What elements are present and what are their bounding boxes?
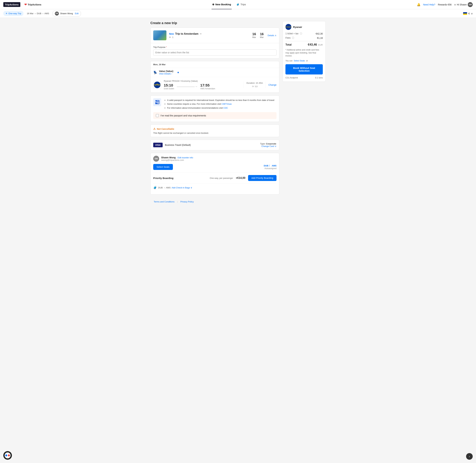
plus-circle-icon: ⊕ [212, 3, 214, 6]
trip-image [153, 30, 166, 40]
trip-purpose-input[interactable] [153, 49, 276, 56]
nav-trips[interactable]: 🧳 Trips [236, 0, 247, 9]
info-icon: ⓘ [300, 32, 302, 35]
total-row: Total €43,46 EUR [285, 43, 323, 46]
nav-right: 🔔 Need Help? Rewards €56 ∨ Hi Shawn SW [417, 2, 473, 7]
travel-bullets: A valid passport is required for interna… [164, 98, 274, 110]
privacy-link[interactable]: Privacy Policy [180, 200, 194, 203]
chevron-up-icon: ∧ [275, 34, 276, 37]
sidebar-ryanair-logo: RYANAIR [285, 24, 291, 30]
trip-from-date: 16 Mar [252, 32, 256, 38]
payment-section: VISA Business Travel (Default) Type: Cor… [150, 140, 279, 150]
seat-assignment: DUB 〉 AMS Autoassigned [264, 164, 276, 169]
passenger-selector[interactable]: SW Shawn Wong Edit [52, 10, 81, 17]
priority-info: One-way, per passenger +€14,00 Add Prior… [210, 175, 276, 181]
trip-purpose-section: Trip Purpose * [151, 43, 279, 58]
cdc-link[interactable]: CDC [223, 107, 228, 109]
svg-text:RYANAIR: RYANAIR [154, 84, 160, 86]
flight-class-row: 💺 Value (Value) View Details › [151, 68, 279, 77]
passport-checkbox-label: I've read the passport and visa requirem… [160, 114, 206, 117]
bullet-passport: A valid passport is required for interna… [167, 98, 274, 102]
change-flight-button[interactable]: Change [268, 84, 276, 86]
priority-boarding-row: Priority Boarding One-way, per passenger… [153, 173, 276, 183]
sidebar-note: * Additional airline and credit card fee… [285, 48, 323, 57]
traveler-header: SW Shawn Wong Edit traveler info swong@t… [153, 156, 276, 162]
edit-traveler-link[interactable]: Edit traveler info [178, 156, 193, 159]
page-title: Create a new trip [150, 21, 279, 25]
visa-badge: VISA [153, 143, 163, 147]
sidebar-airline-name: Ryanair [293, 26, 302, 28]
briefcase-icon: 🧳 [236, 3, 239, 6]
price-divider [285, 41, 323, 41]
edit-passenger-link[interactable]: Edit [75, 12, 79, 15]
seat-route: DUB 〉 AMS [264, 164, 276, 167]
add-checkin-link[interactable]: Add Check-in Bags [172, 187, 190, 189]
tripactions-logo[interactable]: TripActions [3, 2, 20, 7]
trip-info: New Trip to Amsterdam ✏ ✈ 1 [169, 32, 250, 38]
travel-info-inner: 🛂 A valid passport is required for inter… [153, 98, 276, 110]
total-price-block: €43,46 EUR [308, 43, 323, 46]
flight-section: Mon, 16 Mar 💺 Value (Value) View Details… [150, 61, 279, 93]
passport-checkbox[interactable] [156, 114, 159, 117]
cibt-visas-link[interactable]: CIBTVisas [221, 103, 232, 105]
passport-checkbox-row: I've read the passport and visa requirem… [153, 112, 276, 119]
info-icon: ⓘ [292, 36, 294, 39]
trip-new-badge: New [169, 33, 174, 35]
route-arrow-icon: › [35, 12, 35, 15]
view-details-link[interactable]: View Details › [159, 72, 173, 75]
priority-desc: One-way, per passenger [210, 177, 233, 179]
chevron-down-icon: ∨ [275, 145, 276, 147]
required-marker: * [166, 46, 167, 48]
flight-date-header: Mon, 16 Mar [151, 61, 279, 68]
flight-details: Ryanair FR3104 • Economy (Value) 15:10 D… [164, 80, 241, 90]
brand-name: ❤ TripActions [24, 3, 41, 6]
top-navigation: TripActions ❤ TripActions ⊕ New Booking … [0, 0, 476, 9]
add-priority-button[interactable]: Add Priority Boarding [248, 175, 276, 181]
change-card-button[interactable]: Change Card ∨ [261, 145, 276, 147]
trip-title-row: New Trip to Amsterdam ✏ [169, 32, 250, 35]
user-avatar: SW [468, 2, 473, 7]
trip-to-date: 16 Mar [260, 32, 264, 38]
bell-icon[interactable]: 🔔 [417, 3, 421, 6]
trip-meta: ✈ 1 [169, 36, 250, 38]
nav-new-booking[interactable]: ⊕ New Booking [211, 0, 232, 9]
flight-row: RYANAIR Ryanair FR3104 • Economy (Value) [151, 77, 279, 93]
sidebar-select-seats-link[interactable]: Select Seats [294, 60, 305, 62]
trip-card: New Trip to Amsterdam ✏ ✈ 1 16 Mar [150, 27, 279, 58]
trip-details-button[interactable]: Details ∧ [268, 34, 276, 37]
travel-info-section: 🛂 A valid passport is required for inter… [150, 95, 279, 122]
trip-type-badge[interactable]: ✈ One-way Trip [3, 11, 23, 16]
trip-name: Trip to Amsterdam [175, 32, 199, 35]
need-help-link[interactable]: Need Help? [423, 3, 435, 6]
plane-icon: ✈ [6, 12, 8, 15]
edit-trip-icon[interactable]: ✏ [200, 33, 202, 35]
checkin-bags-row: 🧳 DUB → AMS Add Check-in Bags ∨ [153, 183, 276, 192]
logo-text: TripActions [5, 3, 19, 6]
traveler-name: Shawn Wong [161, 156, 176, 159]
total-currency: EUR [318, 44, 323, 46]
autoassigned-label: Autoassigned [264, 167, 276, 169]
bag-icon: 🧳 [153, 186, 157, 189]
arrive-block: 17:55 AMS Amsterdam [200, 83, 215, 90]
bullet-visa: Some countries require a visa. For more … [167, 102, 274, 106]
currency-selector[interactable]: € ∨ [463, 12, 473, 15]
traveler-info: Shawn Wong Edit traveler info swong@trip… [161, 156, 193, 161]
seat-icon: 💺 [153, 71, 157, 74]
sub-navigation: ✈ One-way Trip 16 Mar › DUB › AMS SW Sha… [0, 9, 476, 18]
traveler-email: swong@tripactions.com [161, 159, 193, 161]
checkin-chevron-icon: ∨ [191, 186, 192, 189]
user-menu[interactable]: ∨ Hi Shawn SW [454, 2, 473, 7]
flight-status-dot [177, 72, 179, 73]
total-label: Total [285, 43, 292, 46]
trip-dates: 16 Mar › DUB › AMS [27, 12, 49, 15]
sidebar-card: RYANAIR Ryanair 1 ticket + tax ⓘ €42,30 … [283, 21, 326, 82]
eu-flag-icon [463, 12, 467, 15]
select-seats-button[interactable]: Select Seats [153, 164, 173, 170]
flight-duration: Duration: 1h 45m ✈ 🍽 [244, 82, 266, 88]
main-content: Create a new trip New Trip to Amsterdam … [150, 21, 279, 206]
seats-row: Select Seats DUB 〉 AMS Autoassigned [153, 164, 276, 170]
terms-link[interactable]: Terms and Conditions [154, 200, 174, 203]
co2-label: CO₂ footprint [285, 76, 298, 79]
book-without-seat-button[interactable]: Book Without Seat Selection [285, 64, 323, 74]
trip-purpose-label: Trip Purpose * [153, 46, 276, 48]
